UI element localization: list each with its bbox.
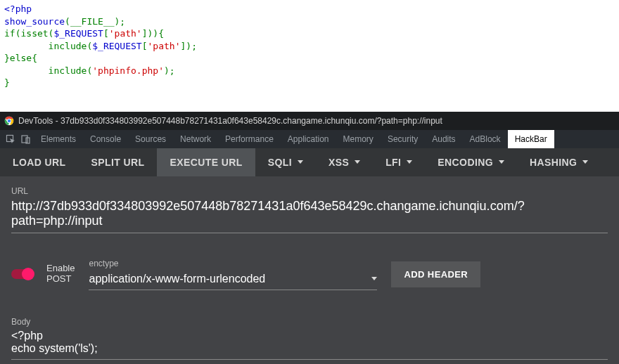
body-label: Body (11, 317, 608, 327)
enctype-label: enctype (89, 259, 377, 268)
chevron-down-icon (499, 160, 504, 164)
tab-sources[interactable]: Sources (128, 130, 173, 148)
split-url-button[interactable]: SPLIT URL (79, 148, 158, 176)
tab-elements[interactable]: Elements (34, 130, 83, 148)
tab-network[interactable]: Network (173, 130, 218, 148)
device-icon[interactable] (18, 130, 34, 148)
tab-adblock[interactable]: AdBlock (463, 130, 508, 148)
sqli-menu[interactable]: SQLI (255, 148, 316, 176)
add-header-button[interactable]: ADD HEADER (391, 261, 480, 287)
inspect-icon[interactable] (3, 130, 18, 148)
tab-audits[interactable]: Audits (425, 130, 462, 148)
svg-rect-4 (22, 136, 27, 143)
toggle-label: Enable POST (46, 264, 75, 285)
enable-post-toggle[interactable] (11, 269, 32, 279)
devtools-titlebar: DevTools - 37db933d0f334803992e507448b78… (0, 112, 619, 130)
devtools-window: DevTools - 37db933d0f334803992e507448b78… (0, 112, 619, 364)
tab-application[interactable]: Application (281, 130, 336, 148)
lfi-menu[interactable]: LFI (373, 148, 425, 176)
load-url-button[interactable]: LOAD URL (0, 148, 79, 176)
body-input[interactable]: <?php echo system('ls'); (11, 328, 608, 360)
chrome-icon (4, 116, 14, 126)
encoding-menu[interactable]: ENCODING (425, 148, 517, 176)
devtools-title-text: DevTools - 37db933d0f334803992e507448b78… (18, 116, 442, 126)
svg-point-2 (8, 119, 11, 123)
chevron-down-icon (298, 160, 303, 164)
tab-performance[interactable]: Performance (218, 130, 281, 148)
devtools-tabs: ElementsConsoleSourcesNetworkPerformance… (0, 130, 619, 148)
chevron-down-icon (355, 160, 360, 164)
xss-menu[interactable]: XSS (316, 148, 373, 176)
hackbar-panel: URL http://37db933d0f334803992e507448b78… (0, 176, 619, 364)
tab-memory[interactable]: Memory (336, 130, 381, 148)
url-label: URL (11, 186, 608, 196)
enctype-select[interactable]: application/x-www-form-urlencoded (89, 270, 377, 290)
php-source-code: <?phpshow_source(__FILE__);if(isset($_RE… (0, 0, 619, 92)
url-input[interactable]: http://37db933d0f334803992e507448b782714… (11, 197, 608, 233)
tab-console[interactable]: Console (83, 130, 128, 148)
tab-security[interactable]: Security (381, 130, 425, 148)
chevron-down-icon (582, 160, 588, 164)
chevron-down-icon (407, 160, 412, 164)
hashing-menu[interactable]: HASHING (517, 148, 601, 176)
tab-hackbar[interactable]: HackBar (508, 130, 554, 148)
hackbar-toolbar: LOAD URL SPLIT URL EXECUTE URL SQLI XSS … (0, 148, 619, 176)
execute-url-button[interactable]: EXECUTE URL (157, 148, 255, 176)
chevron-down-icon (371, 277, 377, 280)
toggle-knob (22, 268, 34, 280)
